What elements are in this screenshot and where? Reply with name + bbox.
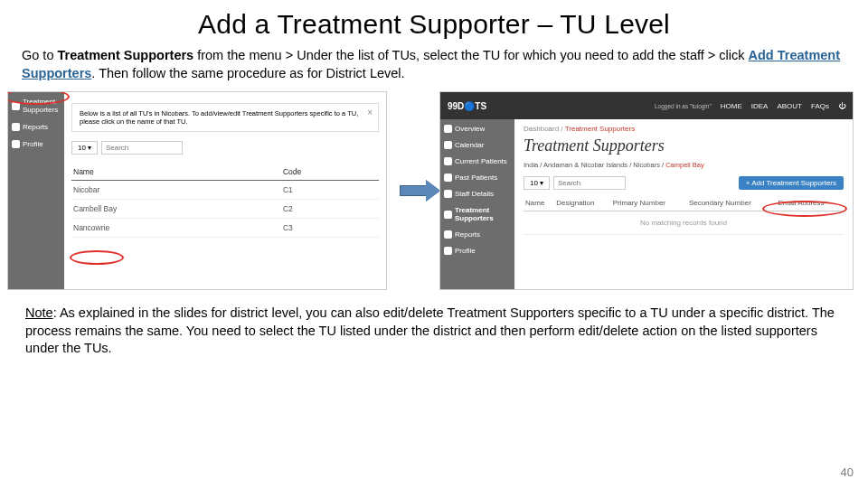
cell-code: C1 [281, 181, 379, 200]
page-number: 40 [841, 465, 854, 479]
breadcrumb-path-last: Campell Bay [665, 161, 704, 169]
main-right: Dashboard / Treatment Supporters Treatme… [514, 119, 853, 289]
sidebar-item-staff-details[interactable]: Staff Details [444, 190, 511, 198]
info-text: Below is a list of all TU's in Nicobars.… [80, 109, 358, 126]
tu-table: Name Code NicobarC1 Cambell BayC2 Nancow… [71, 164, 379, 238]
sidebar-item-label: Treatment Supporters [455, 206, 511, 222]
sidebar-item-reports[interactable]: Reports [444, 230, 511, 239]
add-treatment-supporters-button[interactable]: + Add Treatment Supporters [739, 176, 844, 190]
chevron-down-icon: ▾ [88, 144, 91, 152]
main-left: Below is a list of all TU's in Nicobars.… [64, 92, 386, 289]
calendar-icon [444, 141, 452, 149]
sidebar-item-label: Calendar [455, 141, 484, 149]
screenshot-left: Treatment Supporters Reports Profile Bel… [7, 91, 387, 290]
col-name: Name [524, 195, 554, 211]
search-input[interactable] [101, 141, 183, 155]
col-designation: Designation [554, 195, 611, 211]
note-text: Note: As explained in the slides for dis… [25, 305, 843, 358]
sidebar-item-label: Reports [23, 123, 48, 131]
cell-code: C2 [281, 200, 379, 219]
user-icon [444, 157, 452, 165]
no-records-row: No matching records found [524, 211, 844, 235]
table-row[interactable]: NicobarC1 [71, 181, 379, 200]
users-icon [12, 102, 20, 110]
profile-icon [444, 247, 452, 255]
users-icon [444, 190, 452, 198]
logged-in-label: Logged in as "tulogin" [655, 103, 712, 109]
page-size-select[interactable]: 10▾ [71, 141, 98, 155]
dashboard-icon [444, 125, 452, 133]
sidebar-item-label: Current Patients [455, 157, 507, 165]
sidebar-item-treatment-supporters[interactable]: Treatment Supporters [12, 98, 61, 114]
nav-home[interactable]: HOME [721, 102, 742, 110]
logo: 99D🔵TS [448, 101, 486, 111]
report-icon [444, 230, 452, 239]
cell-name: Nicobar [71, 181, 281, 200]
top-nav: HOME IDEA ABOUT FAQs ⏻ [721, 102, 845, 110]
sidebar-item-label: Overview [455, 125, 485, 133]
table-row[interactable]: NancowrieC3 [71, 219, 379, 238]
col-primary-number: Primary Number [611, 195, 687, 211]
sidebar-item-label: Past Patients [455, 174, 497, 182]
logout-icon[interactable]: ⏻ [838, 102, 845, 110]
sidebar-item-label: Profile [23, 140, 43, 148]
nav-about[interactable]: ABOUT [777, 102, 802, 110]
cell-code: C3 [281, 219, 379, 238]
col-secondary-number: Secondary Number [687, 195, 777, 211]
supporters-table: Name Designation Primary Number Secondar… [524, 195, 844, 235]
nav-idea[interactable]: IDEA [751, 102, 769, 110]
note-body: : As explained in the slides for distric… [25, 305, 835, 355]
col-email: Email Address [776, 195, 844, 211]
instr-bold-treatment-supporters: Treatment Supporters [58, 48, 194, 62]
close-icon[interactable]: × [367, 108, 373, 117]
sidebar-item-profile[interactable]: Profile [12, 140, 61, 148]
breadcrumb-current: Treatment Supporters [565, 125, 636, 133]
sidebar-right: Overview Calendar Current Patients Past … [440, 119, 514, 289]
profile-icon [12, 140, 20, 148]
instr-seg: Go to [22, 48, 58, 62]
instruction-text: Go to Treatment Supporters from the menu… [22, 47, 846, 82]
users-icon [444, 211, 452, 219]
col-name: Name [71, 164, 281, 181]
sidebar-item-reports[interactable]: Reports [12, 123, 61, 131]
sidebar-item-overview[interactable]: Overview [444, 125, 511, 133]
info-banner: Below is a list of all TU's in Nicobars.… [71, 103, 379, 132]
sidebar-item-past-patients[interactable]: Past Patients [444, 174, 511, 182]
slide-title: Add a Treatment Supporter – TU Level [0, 9, 868, 40]
instr-seg: . Then follow the same procedure as for … [91, 66, 404, 80]
sidebar-item-profile[interactable]: Profile [444, 247, 511, 255]
sidebar-item-calendar[interactable]: Calendar [444, 141, 511, 149]
page-size-value: 10 [78, 144, 86, 152]
report-icon [12, 123, 20, 131]
arrow-right [392, 185, 434, 196]
breadcrumb-path: India / Andaman & Nicobar Islands / Nico… [524, 161, 665, 169]
breadcrumb-location: India / Andaman & Nicobar Islands / Nico… [524, 161, 844, 169]
chevron-down-icon: ▾ [540, 179, 543, 187]
sidebar-item-label: Reports [455, 230, 480, 239]
sidebar-item-label: Profile [455, 247, 476, 255]
breadcrumb-dashboard[interactable]: Dashboard [524, 125, 559, 133]
search-input[interactable] [553, 176, 626, 190]
page-heading: Treatment Supporters [524, 136, 844, 155]
table-row[interactable]: Cambell BayC2 [71, 200, 379, 219]
nav-faqs[interactable]: FAQs [811, 102, 829, 110]
sidebar-item-treatment-supporters[interactable]: Treatment Supporters [444, 206, 511, 222]
breadcrumb-top: Dashboard / Treatment Supporters [524, 125, 844, 133]
screenshot-right: 99D🔵TS Logged in as "tulogin" HOME IDEA … [439, 91, 854, 290]
top-header: 99D🔵TS Logged in as "tulogin" HOME IDEA … [440, 92, 853, 119]
cell-name: Nancowrie [71, 219, 281, 238]
col-code: Code [281, 164, 379, 181]
page-size-select[interactable]: 10▾ [524, 176, 550, 190]
sidebar-item-label: Treatment Supporters [23, 98, 61, 114]
sidebar-item-current-patients[interactable]: Current Patients [444, 157, 511, 165]
instr-seg: from the menu > Under the list of TUs, s… [193, 48, 748, 62]
user-icon [444, 174, 452, 182]
sidebar-left: Treatment Supporters Reports Profile [8, 92, 64, 289]
sidebar-item-label: Staff Details [455, 190, 494, 198]
cell-name: Cambell Bay [71, 200, 281, 219]
note-lead: Note [25, 305, 53, 320]
page-size-value: 10 [530, 179, 538, 187]
